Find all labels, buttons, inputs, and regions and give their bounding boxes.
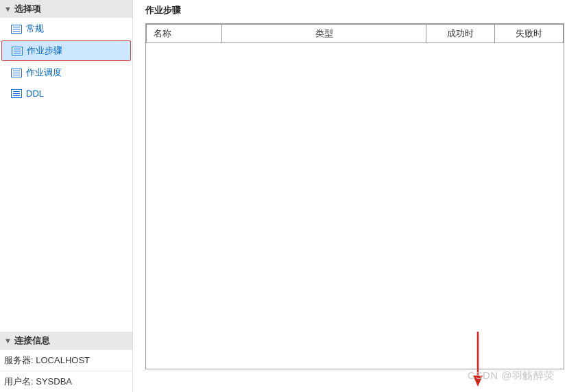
page-title: 作业步骤 <box>145 0 567 23</box>
chevron-down-icon: ▼ <box>4 5 12 13</box>
server-label: 服务器: <box>4 355 34 365</box>
sidebar-top: ▼ 选择项 常规 作业步骤 作业调度 <box>0 0 132 103</box>
table-header-row: 名称 类型 成功时 失败时 <box>147 25 564 43</box>
sidebar-item-label: 作业调度 <box>26 66 62 79</box>
svg-marker-17 <box>473 376 483 387</box>
sidebar-item-label: DDL <box>26 88 44 99</box>
column-success[interactable]: 成功时 <box>426 25 495 43</box>
user-value: SYSDBA <box>36 376 72 387</box>
connection-section-title: 连接信息 <box>14 334 50 347</box>
sidebar-item-general[interactable]: 常规 <box>0 18 132 40</box>
sidebar-item-job-steps[interactable]: 作业步骤 <box>1 40 131 61</box>
list-icon <box>11 68 22 77</box>
list-icon <box>12 46 23 56</box>
column-type[interactable]: 类型 <box>222 25 426 43</box>
sidebar-item-ddl[interactable]: DDL <box>0 84 132 103</box>
sidebar-item-label: 常规 <box>26 23 44 35</box>
column-fail[interactable]: 失败时 <box>495 25 564 43</box>
server-value: LOCALHOST <box>36 355 90 365</box>
steps-table: 名称 类型 成功时 失败时 <box>146 24 564 43</box>
connection-info: ▼ 连接信息 服务器: LOCALHOST 用户名: SYSDBA <box>0 332 132 392</box>
options-section-title: 选择项 <box>14 3 41 15</box>
sidebar-item-job-schedule[interactable]: 作业调度 <box>0 62 132 84</box>
connection-section-header[interactable]: ▼ 连接信息 <box>0 332 132 350</box>
steps-table-container[interactable]: 名称 类型 成功时 失败时 <box>145 23 564 369</box>
sidebar-item-label: 作业步骤 <box>27 45 62 57</box>
server-info-row: 服务器: LOCALHOST <box>0 350 132 371</box>
list-icon <box>11 89 22 99</box>
chevron-down-icon: ▼ <box>4 336 12 345</box>
list-icon <box>11 24 22 34</box>
options-section-header[interactable]: ▼ 选择项 <box>0 0 132 18</box>
column-name[interactable]: 名称 <box>147 25 222 43</box>
main-panel: 作业步骤 名称 类型 成功时 失败时 <box>133 0 567 392</box>
user-label: 用户名: <box>4 376 34 387</box>
sidebar: ▼ 选择项 常规 作业步骤 作业调度 <box>0 0 133 392</box>
user-info-row: 用户名: SYSDBA <box>0 371 132 392</box>
